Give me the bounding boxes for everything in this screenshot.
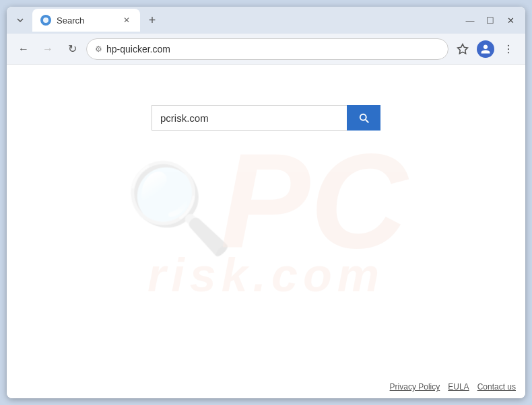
address-bar-wrap: ⚙ bbox=[86, 38, 448, 60]
nav-bar: ← → ↻ ⚙ bbox=[7, 34, 525, 65]
tab-close-btn[interactable]: ✕ bbox=[121, 15, 132, 26]
tab-bar: Search ✕ + bbox=[12, 7, 458, 34]
svg-point-3 bbox=[508, 52, 509, 53]
page-content: 🔍 P C risk.com Privacy Policy bbox=[7, 65, 525, 398]
page-footer: Privacy Policy EULA Contact us bbox=[390, 382, 516, 392]
tab-title: Search bbox=[57, 15, 116, 26]
refresh-btn[interactable]: ↻ bbox=[62, 39, 82, 59]
security-icon: ⚙ bbox=[95, 44, 102, 54]
close-btn[interactable]: ✕ bbox=[501, 11, 520, 30]
menu-btn[interactable] bbox=[498, 39, 519, 59]
search-area bbox=[7, 105, 525, 131]
search-button[interactable] bbox=[347, 105, 380, 131]
svg-point-1 bbox=[508, 44, 509, 46]
tab-favicon bbox=[40, 15, 51, 26]
title-bar: Search ✕ + — ☐ ✕ bbox=[7, 7, 525, 34]
wm-p-letter: P bbox=[220, 141, 310, 262]
search-icon bbox=[358, 112, 370, 124]
search-box bbox=[152, 105, 380, 131]
wm-c-letter: C bbox=[310, 141, 407, 262]
window-controls-right: — ☐ ✕ bbox=[461, 11, 520, 30]
wm-magnifier-icon: 🔍 bbox=[125, 164, 234, 252]
browser-window: Search ✕ + — ☐ ✕ ← → ↻ ⚙ bbox=[7, 7, 525, 398]
search-input[interactable] bbox=[152, 105, 347, 131]
bookmark-btn[interactable] bbox=[453, 39, 473, 59]
back-btn[interactable]: ← bbox=[13, 39, 34, 59]
user-avatar bbox=[477, 40, 494, 58]
wm-risk-text: risk.com bbox=[147, 248, 385, 302]
svg-point-2 bbox=[508, 48, 509, 49]
maximize-btn[interactable]: ☐ bbox=[481, 11, 500, 30]
eula-link[interactable]: EULA bbox=[448, 382, 469, 392]
active-tab[interactable]: Search ✕ bbox=[32, 9, 140, 32]
window-controls-left bbox=[12, 12, 28, 28]
new-tab-btn[interactable]: + bbox=[143, 11, 162, 30]
tab-dropdown-btn[interactable] bbox=[12, 12, 28, 28]
svg-point-0 bbox=[43, 17, 48, 23]
nav-right-icons bbox=[453, 39, 519, 59]
profile-btn[interactable] bbox=[475, 39, 496, 59]
minimize-btn[interactable]: — bbox=[461, 11, 479, 30]
forward-btn[interactable]: → bbox=[38, 39, 58, 59]
contact-link[interactable]: Contact us bbox=[477, 382, 516, 392]
privacy-policy-link[interactable]: Privacy Policy bbox=[390, 382, 440, 392]
address-bar-input[interactable] bbox=[106, 44, 440, 54]
